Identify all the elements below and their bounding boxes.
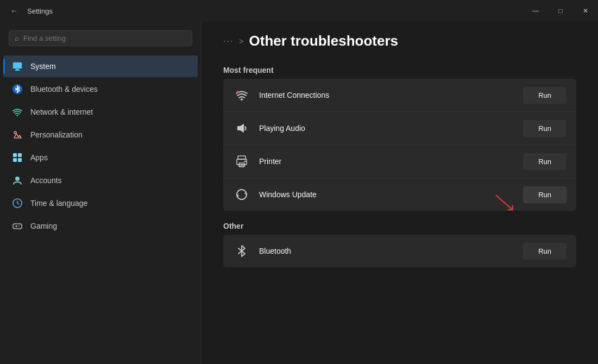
accounts-icon — [12, 175, 23, 186]
back-icon: ← — [10, 7, 18, 15]
internet-connections-label: Internet Connections — [259, 91, 514, 99]
playing-audio-label: Playing Audio — [259, 124, 514, 133]
printer-icon — [233, 153, 250, 170]
run-printer-button[interactable]: Run — [523, 153, 566, 170]
title-bar: ← Settings — □ ✕ — [0, 0, 598, 22]
close-icon: ✕ — [583, 7, 588, 15]
maximize-icon: □ — [558, 7, 562, 15]
list-item: Bluetooth Run — [223, 235, 576, 267]
minimize-icon: — — [532, 7, 539, 15]
sidebar-item-accounts[interactable]: Accounts — [3, 170, 198, 191]
page-title: Other troubleshooters — [249, 33, 398, 49]
sidebar-item-time-label: Time & language — [30, 199, 87, 208]
svg-rect-1 — [16, 69, 19, 70]
system-icon — [12, 61, 23, 72]
main-layout: ⌕ System Bluetooth & dev — [0, 22, 598, 364]
bluetooth2-icon — [233, 242, 250, 260]
list-item: Windows Update Run — [223, 178, 576, 211]
title-bar-left: ← Settings — [7, 3, 53, 18]
list-item: Printer Run — [223, 145, 576, 178]
sidebar-item-time[interactable]: Time & language — [3, 192, 198, 214]
search-input[interactable] — [23, 34, 186, 42]
update-icon — [233, 186, 250, 203]
content-area: ··· > Other troubleshooters Most frequen… — [202, 22, 598, 364]
svg-rect-18 — [237, 126, 240, 130]
sidebar-item-apps[interactable]: Apps — [3, 147, 198, 168]
bluetooth-icon — [12, 84, 23, 95]
search-icon: ⌕ — [15, 34, 19, 42]
app-title: Settings — [27, 7, 53, 15]
page-header: ··· > Other troubleshooters — [223, 33, 576, 49]
sidebar-item-system-label: System — [30, 62, 56, 71]
personalization-icon — [12, 129, 23, 140]
run-internet-button[interactable]: Run — [523, 87, 566, 104]
run-windows-update-button[interactable]: Run — [523, 186, 566, 203]
apps-icon — [12, 152, 23, 163]
windows-update-label: Windows Update — [259, 190, 514, 199]
breadcrumb-separator: > — [239, 37, 243, 46]
sidebar-item-bluetooth-label: Bluetooth & devices — [30, 85, 98, 93]
svg-point-24 — [244, 161, 246, 162]
svg-point-16 — [19, 226, 20, 227]
svg-rect-8 — [13, 158, 17, 162]
svg-point-5 — [14, 131, 16, 134]
close-button[interactable]: ✕ — [573, 0, 598, 22]
sidebar-item-personalization-label: Personalization — [30, 130, 83, 139]
section-most-frequent-label: Most frequent — [223, 66, 576, 74]
audio-icon — [233, 120, 250, 137]
network-icon — [12, 106, 23, 117]
svg-rect-9 — [18, 158, 22, 162]
search-box[interactable]: ⌕ — [9, 30, 192, 46]
gaming-icon — [12, 221, 23, 231]
sidebar-item-personalization[interactable]: Personalization — [3, 124, 198, 146]
svg-point-10 — [15, 177, 20, 181]
section-other-label: Other — [223, 222, 576, 230]
sidebar: ⌕ System Bluetooth & dev — [0, 22, 201, 364]
sidebar-item-gaming-label: Gaming — [30, 222, 57, 230]
maximize-button[interactable]: □ — [548, 0, 573, 22]
sidebar-item-apps-label: Apps — [30, 153, 48, 162]
svg-rect-6 — [13, 153, 17, 157]
window-controls: — □ ✕ — [523, 0, 598, 22]
bluetooth-troubleshooter-label: Bluetooth — [259, 247, 514, 255]
sidebar-item-system[interactable]: System — [3, 55, 198, 77]
svg-rect-19 — [238, 156, 246, 159]
list-item: Playing Audio Run — [223, 112, 576, 145]
sidebar-item-bluetooth[interactable]: Bluetooth & devices — [3, 78, 198, 100]
time-icon — [12, 198, 23, 209]
sidebar-item-gaming[interactable]: Gaming — [3, 215, 198, 237]
other-card: Bluetooth Run — [223, 235, 576, 267]
svg-rect-7 — [18, 153, 22, 157]
svg-rect-0 — [13, 62, 22, 68]
printer-label: Printer — [259, 157, 514, 166]
svg-point-15 — [18, 225, 19, 227]
back-button[interactable]: ← — [7, 3, 22, 18]
run-audio-button[interactable]: Run — [523, 120, 566, 137]
svg-point-17 — [241, 98, 243, 101]
sidebar-item-accounts-label: Accounts — [30, 176, 62, 185]
svg-point-4 — [17, 115, 18, 116]
most-frequent-card: Internet Connections Run Playing Audio R… — [223, 79, 576, 211]
run-bluetooth-button[interactable]: Run — [523, 243, 566, 260]
svg-rect-12 — [13, 224, 22, 229]
svg-rect-2 — [15, 70, 20, 71]
list-item: Internet Connections Run — [223, 79, 576, 112]
breadcrumb-dots: ··· — [223, 36, 234, 46]
minimize-button[interactable]: — — [523, 0, 548, 22]
sidebar-item-network[interactable]: Network & internet — [3, 101, 198, 123]
sidebar-item-network-label: Network & internet — [30, 108, 93, 116]
internet-icon — [233, 86, 250, 104]
